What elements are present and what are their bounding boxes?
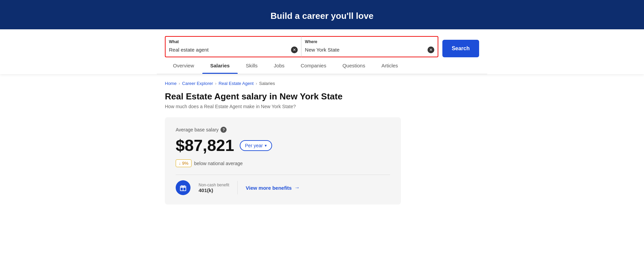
view-benefits-label: View more benefits xyxy=(246,185,292,191)
salary-amount: $87,821 xyxy=(176,136,234,155)
tab-skills[interactable]: Skills xyxy=(238,57,266,74)
help-icon[interactable]: ? xyxy=(221,127,227,133)
where-field: Where ✕ xyxy=(301,36,438,57)
breadcrumb-sep-2: › xyxy=(215,81,216,86)
breadcrumb-home[interactable]: Home xyxy=(165,81,177,86)
breadcrumb-sep-3: › xyxy=(256,81,257,86)
benefit-info: Non-cash benefit 401(k) xyxy=(199,183,229,193)
what-input[interactable] xyxy=(169,45,289,54)
breadcrumb-real-estate-agent[interactable]: Real Estate Agent xyxy=(218,81,254,86)
gift-icon xyxy=(179,184,187,191)
hero-title: Build a career you'll love xyxy=(0,11,644,21)
breadcrumb-sep-1: › xyxy=(179,81,180,86)
tab-questions[interactable]: Questions xyxy=(334,57,374,74)
avg-label-row: Average base salary ? xyxy=(176,127,390,133)
search-row: What ✕ Where ✕ xyxy=(165,36,479,57)
benefit-value: 401(k) xyxy=(199,187,229,193)
benefits-row: Non-cash benefit 401(k) View more benefi… xyxy=(176,180,390,195)
divider xyxy=(176,175,390,175)
per-year-label: Per year xyxy=(245,143,263,148)
what-clear-button[interactable]: ✕ xyxy=(291,47,298,53)
chevron-down-icon: ▾ xyxy=(265,143,267,148)
where-clear-button[interactable]: ✕ xyxy=(428,47,434,53)
tab-salaries[interactable]: Salaries xyxy=(202,57,238,74)
below-pct: 9% xyxy=(182,161,188,166)
page-subtitle: How much does a Real Estate Agent make i… xyxy=(165,104,479,109)
where-input-row: ✕ xyxy=(305,45,434,54)
page-title: Real Estate Agent salary in New York Sta… xyxy=(165,91,479,102)
tab-overview[interactable]: Overview xyxy=(165,57,202,74)
nav-bar: Overview Salaries Skills Jobs Companies … xyxy=(157,57,487,74)
where-label: Where xyxy=(305,39,434,44)
per-year-dropdown[interactable]: Per year ▾ xyxy=(240,140,272,151)
tab-companies[interactable]: Companies xyxy=(293,57,334,74)
what-field: What ✕ xyxy=(165,36,302,57)
main-content: Home › Career Explorer › Real Estate Age… xyxy=(157,74,487,211)
what-clear-icon: ✕ xyxy=(293,48,296,52)
breadcrumb-career-explorer[interactable]: Career Explorer xyxy=(182,81,213,86)
benefit-divider xyxy=(237,181,238,194)
where-clear-icon: ✕ xyxy=(429,48,433,52)
where-input[interactable] xyxy=(305,45,425,54)
below-text: below national average xyxy=(194,161,243,166)
arrow-right-icon: → xyxy=(294,185,300,191)
breadcrumb: Home › Career Explorer › Real Estate Age… xyxy=(165,81,479,86)
nav-tabs: Overview Salaries Skills Jobs Companies … xyxy=(165,57,479,74)
salary-card: Average base salary ? $87,821 Per year ▾… xyxy=(165,117,401,205)
salary-amount-row: $87,821 Per year ▾ xyxy=(176,136,390,155)
breadcrumb-salaries: Salaries xyxy=(259,81,275,86)
benefit-label: Non-cash benefit xyxy=(199,183,229,187)
tab-jobs[interactable]: Jobs xyxy=(266,57,293,74)
below-badge: ↓ 9% xyxy=(176,159,192,167)
avg-label-text: Average base salary xyxy=(176,127,218,132)
hero-section: Build a career you'll love What ✕ Whe xyxy=(0,0,644,74)
search-card: What ✕ Where ✕ xyxy=(157,29,487,57)
view-benefits-link[interactable]: View more benefits → xyxy=(246,185,300,191)
what-label: What xyxy=(169,39,298,44)
below-arrow-icon: ↓ xyxy=(179,161,181,166)
search-button[interactable]: Search xyxy=(442,40,479,57)
tab-articles[interactable]: Articles xyxy=(373,57,406,74)
search-nav-wrapper: What ✕ Where ✕ xyxy=(0,29,644,74)
what-input-row: ✕ xyxy=(169,45,298,54)
benefit-icon-wrap xyxy=(176,180,191,195)
below-avg-row: ↓ 9% below national average xyxy=(176,159,390,167)
